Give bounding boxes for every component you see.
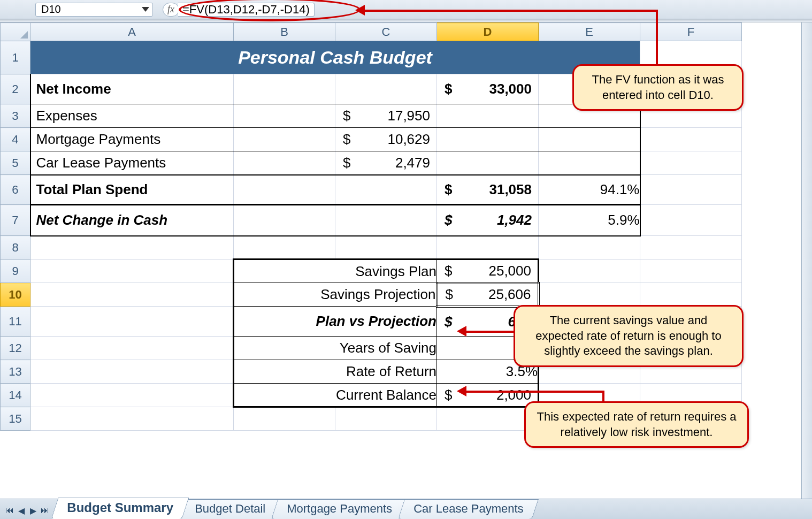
cell-BC13[interactable]: Rate of Return — [234, 360, 437, 384]
cell-D7[interactable]: $1,942 — [437, 205, 539, 236]
cell-BC11[interactable]: Plan vs Projection — [234, 307, 437, 337]
row-header-8[interactable]: 8 — [1, 236, 30, 260]
cell-D6[interactable]: $31,058 — [437, 175, 539, 205]
row-header-3[interactable]: 3 — [1, 104, 30, 128]
cell-B6[interactable] — [234, 175, 335, 205]
row-header-6[interactable]: 6 — [1, 175, 30, 205]
cell-BC9[interactable]: Savings Plan — [234, 260, 437, 283]
col-header-C[interactable]: C — [335, 23, 437, 41]
col-header-A[interactable]: A — [30, 23, 234, 41]
cell-D15[interactable] — [437, 407, 539, 431]
cell-A12[interactable] — [30, 337, 234, 360]
row-header-1[interactable]: 1 — [1, 41, 30, 74]
cell-E6[interactable]: 94.1% — [539, 175, 640, 205]
cell-A2[interactable]: Net Income — [30, 74, 234, 104]
cell-A5[interactable]: Car Lease Payments — [30, 151, 234, 175]
cell-D4[interactable] — [437, 128, 539, 151]
cell-D5[interactable] — [437, 151, 539, 175]
cell-D2[interactable]: $33,000 — [437, 74, 539, 104]
cell-F6[interactable] — [640, 175, 742, 205]
row-header-7[interactable]: 7 — [1, 205, 30, 236]
tab-car-lease-payments[interactable]: Car Lease Payments — [398, 499, 539, 519]
col-header-E[interactable]: E — [539, 23, 640, 41]
row-header-14[interactable]: 14 — [1, 384, 30, 407]
cell-B2[interactable] — [234, 74, 335, 104]
cell-D9[interactable]: $25,000 — [437, 260, 539, 283]
cell-F5[interactable] — [640, 151, 742, 175]
cell-A15[interactable] — [30, 407, 234, 431]
cell-D10[interactable]: $25,606 — [437, 283, 539, 307]
formula-input[interactable]: =FV(D13,D12,-D7,-D14) — [178, 3, 315, 17]
fx-icon[interactable]: fx — [167, 4, 174, 15]
cell-A7[interactable]: Net Change in Cash — [30, 205, 234, 236]
row-header-12[interactable]: 12 — [1, 337, 30, 360]
select-all-corner[interactable] — [1, 23, 30, 41]
prev-sheet-icon[interactable]: ◀ — [16, 505, 27, 516]
cell-A6[interactable]: Total Plan Spend — [30, 175, 234, 205]
col-header-D[interactable]: D — [437, 23, 539, 41]
cell-F8[interactable] — [640, 236, 742, 260]
cell-BC14[interactable]: Current Balance — [234, 384, 437, 407]
cell-A9[interactable] — [30, 260, 234, 283]
cell-C2[interactable] — [335, 74, 437, 104]
cell-E4[interactable] — [539, 128, 640, 151]
cell-E5[interactable] — [539, 151, 640, 175]
vertical-scrollbar[interactable] — [801, 22, 812, 499]
cell-D8[interactable] — [437, 236, 539, 260]
tab-budget-detail[interactable]: Budget Detail — [179, 499, 281, 519]
cell-C6[interactable] — [335, 175, 437, 205]
cell-C8[interactable] — [335, 236, 437, 260]
cell-A13[interactable] — [30, 360, 234, 384]
cell-E9[interactable] — [539, 260, 640, 283]
cell-C3[interactable]: $17,950 — [335, 104, 437, 128]
title-cell[interactable]: Personal Cash Budget — [30, 41, 640, 74]
name-box[interactable]: D10 — [35, 3, 153, 17]
cell-F4[interactable] — [640, 128, 742, 151]
first-sheet-icon[interactable]: ⏮ — [4, 505, 15, 516]
cell-E10[interactable] — [539, 283, 640, 307]
cell-B5[interactable] — [234, 151, 335, 175]
cell-B4[interactable] — [234, 128, 335, 151]
row-header-5[interactable]: 5 — [1, 151, 30, 175]
cell-F10[interactable] — [640, 283, 742, 307]
cell-E7[interactable]: 5.9% — [539, 205, 640, 236]
cell-B8[interactable] — [234, 236, 335, 260]
cell-A3[interactable]: Expenses — [30, 104, 234, 128]
tab-mortgage-payments[interactable]: Mortgage Payments — [271, 499, 408, 519]
last-sheet-icon[interactable]: ⏭ — [40, 505, 50, 516]
row-header-4[interactable]: 4 — [1, 128, 30, 151]
cell-F9[interactable] — [640, 260, 742, 283]
cell-A10[interactable] — [30, 283, 234, 307]
row-header-11[interactable]: 11 — [1, 307, 30, 337]
cell-A11[interactable] — [30, 307, 234, 337]
cell-BC10[interactable]: Savings Projection — [234, 283, 437, 307]
cell-F7[interactable] — [640, 205, 742, 236]
row-header-10[interactable]: 10 — [1, 283, 30, 307]
callout-rate: This expected rate of return requires a … — [524, 401, 749, 448]
cell-B7[interactable] — [234, 205, 335, 236]
cell-C4[interactable]: $10,629 — [335, 128, 437, 151]
tab-budget-summary[interactable]: Budget Summary — [51, 498, 189, 519]
row-header-9[interactable]: 9 — [1, 260, 30, 283]
formula-text: =FV(D13,D12,-D7,-D14) — [182, 3, 310, 17]
cell-B15[interactable] — [234, 407, 335, 431]
col-header-F[interactable]: F — [640, 23, 742, 41]
cell-C7[interactable] — [335, 205, 437, 236]
cell-A8[interactable] — [30, 236, 234, 260]
cell-B3[interactable] — [234, 104, 335, 128]
cell-E8[interactable] — [539, 236, 640, 260]
col-header-B[interactable]: B — [234, 23, 335, 41]
row-header-13[interactable]: 13 — [1, 360, 30, 384]
cell-A4[interactable]: Mortgage Payments — [30, 128, 234, 151]
row-header-2[interactable]: 2 — [1, 74, 30, 104]
cell-BC12[interactable]: Years of Saving — [234, 337, 437, 360]
cell-C5[interactable]: $2,479 — [335, 151, 437, 175]
cell-D3[interactable] — [437, 104, 539, 128]
cell-D14[interactable]: $2,000 — [437, 384, 539, 407]
chevron-down-icon[interactable] — [142, 7, 149, 12]
cell-C15[interactable] — [335, 407, 437, 431]
formula-buttons: fx — [163, 3, 179, 17]
next-sheet-icon[interactable]: ▶ — [28, 505, 39, 516]
cell-A14[interactable] — [30, 384, 234, 407]
row-header-15[interactable]: 15 — [1, 407, 30, 431]
